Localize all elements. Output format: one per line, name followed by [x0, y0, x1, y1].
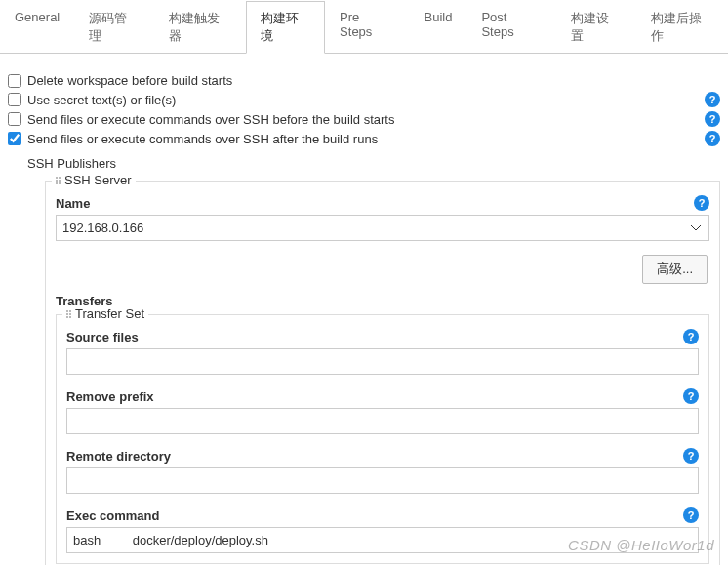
ssh-server-fieldset: SSH Server Name ? 192.168.0.166 高级... Tr…	[45, 181, 720, 565]
label-ssh-after: Send files or execute commands over SSH …	[27, 132, 699, 146]
drag-handle-icon[interactable]	[56, 177, 61, 184]
tab-post-build-actions[interactable]: 构建后操作	[636, 1, 728, 54]
tab-general[interactable]: General	[0, 1, 74, 54]
remove-prefix-input[interactable]	[66, 408, 699, 434]
ssh-publishers-section: SSH Publishers SSH Server Name ? 192.168…	[8, 152, 720, 565]
config-tabs: General 源码管理 构建触发器 构建环境 Pre Steps Build …	[0, 0, 728, 54]
transfers-heading: Transfers	[56, 294, 709, 308]
help-icon[interactable]: ?	[683, 329, 699, 344]
help-icon[interactable]: ?	[694, 195, 709, 211]
build-env-content: Delete workspace before build starts Use…	[0, 65, 728, 565]
row-ssh-before: Send files or execute commands over SSH …	[8, 109, 720, 129]
remove-prefix-label: Remove prefix	[66, 389, 677, 404]
ssh-server-name-select[interactable]: 192.168.0.166	[56, 215, 709, 241]
tab-pre-steps[interactable]: Pre Steps	[325, 1, 409, 54]
checkbox-ssh-after[interactable]	[8, 132, 21, 145]
transfer-set-fieldset: Transfer Set Source files ? Remove prefi…	[56, 314, 709, 564]
checkbox-delete-workspace[interactable]	[8, 74, 21, 88]
row-use-secret: Use secret text(s) or file(s) ?	[8, 90, 720, 109]
help-icon[interactable]: ?	[705, 111, 720, 127]
row-ssh-after: Send files or execute commands over SSH …	[8, 129, 720, 148]
name-label: Name	[56, 196, 688, 211]
tab-build-triggers[interactable]: 构建触发器	[154, 1, 246, 54]
help-icon[interactable]: ?	[683, 388, 699, 404]
help-icon[interactable]: ?	[705, 92, 720, 107]
label-delete-workspace: Delete workspace before build starts	[27, 73, 720, 88]
label-use-secret: Use secret text(s) or file(s)	[27, 93, 699, 107]
advanced-button[interactable]: 高级...	[642, 255, 708, 284]
ssh-server-legend-text: SSH Server	[64, 173, 132, 187]
tab-source-management[interactable]: 源码管理	[74, 1, 153, 54]
checkbox-use-secret[interactable]	[8, 93, 21, 106]
exec-command-label: Exec command	[66, 508, 677, 523]
section-heading-cropped	[0, 54, 728, 65]
remote-directory-input[interactable]	[66, 467, 699, 494]
help-icon[interactable]: ?	[705, 131, 720, 146]
label-ssh-before: Send files or execute commands over SSH …	[27, 112, 699, 127]
row-delete-workspace: Delete workspace before build starts	[8, 71, 720, 90]
tab-build[interactable]: Build	[409, 1, 466, 54]
tab-post-steps[interactable]: Post Steps	[466, 1, 556, 54]
source-files-label: Source files	[66, 330, 677, 344]
transfer-set-legend: Transfer Set	[62, 306, 148, 321]
ssh-server-legend: SSH Server	[52, 173, 136, 187]
help-icon[interactable]: ?	[683, 507, 699, 523]
remote-directory-label: Remote directory	[66, 449, 677, 464]
transfer-set-legend-text: Transfer Set	[75, 306, 144, 321]
source-files-input[interactable]	[66, 348, 699, 375]
checkbox-ssh-before[interactable]	[8, 112, 21, 126]
help-icon[interactable]: ?	[683, 448, 699, 464]
drag-handle-icon[interactable]	[66, 310, 71, 318]
ssh-publishers-title: SSH Publishers	[27, 152, 720, 175]
tab-build-settings[interactable]: 构建设置	[556, 1, 635, 54]
exec-command-input[interactable]	[66, 527, 699, 553]
tab-build-environment[interactable]: 构建环境	[246, 1, 325, 54]
